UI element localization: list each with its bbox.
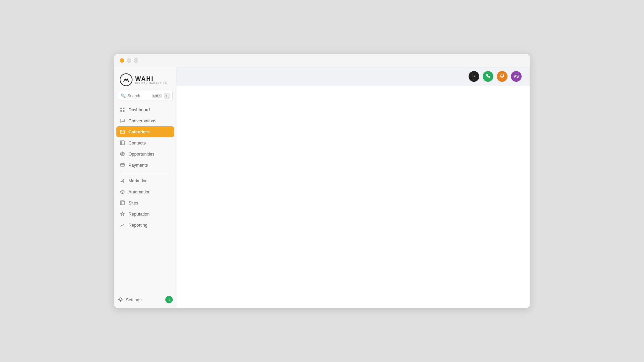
sidebar-label-conversations: Conversations <box>128 118 156 123</box>
sidebar-item-dashboard[interactable]: Dashboard <box>116 104 174 115</box>
logo-area: WAHI DIGITAL MARKETING <box>114 67 176 91</box>
svg-rect-3 <box>123 110 124 112</box>
sidebar-item-marketing[interactable]: Marketing <box>116 175 174 186</box>
logo-main-text: WAHI <box>135 76 167 82</box>
browser-body: WAHI DIGITAL MARKETING 🔍 Ctrl K + <box>114 67 530 308</box>
traffic-light-close[interactable] <box>120 58 124 63</box>
svg-rect-4 <box>120 130 124 134</box>
sidebar-item-payments[interactable]: Payments <box>116 160 174 170</box>
marketing-icon <box>120 178 125 183</box>
sidebar-label-contacts: Contacts <box>128 140 146 145</box>
sidebar-label-automation: Automation <box>128 189 151 194</box>
top-header: ? <box>176 67 530 85</box>
sidebar-label-sites: Sites <box>128 200 138 205</box>
sidebar-label-dashboard: Dashboard <box>128 107 150 112</box>
search-icon: 🔍 <box>121 94 126 98</box>
sidebar-item-automation[interactable]: Automation <box>116 186 174 197</box>
settings-label: Settings <box>126 297 142 302</box>
sidebar-label-payments: Payments <box>128 163 148 168</box>
svg-rect-0 <box>120 108 122 109</box>
payments-icon <box>120 162 125 168</box>
search-input[interactable] <box>127 94 150 98</box>
sidebar-item-conversations[interactable]: Conversations <box>116 115 174 126</box>
svg-rect-23 <box>120 201 124 205</box>
traffic-light-minimize[interactable] <box>127 58 131 63</box>
help-button[interactable]: ? <box>469 71 479 82</box>
svg-rect-18 <box>120 164 124 166</box>
sidebar-label-calenders: Calenders <box>128 129 150 134</box>
settings-button[interactable]: Settings <box>118 297 142 302</box>
sidebar: WAHI DIGITAL MARKETING 🔍 Ctrl K + <box>114 67 176 308</box>
nav-primary: Dashboard Conversations <box>114 104 176 293</box>
sidebar-item-sites[interactable]: Sites <box>116 197 174 208</box>
sidebar-label-marketing: Marketing <box>128 178 148 183</box>
conversations-icon <box>120 118 125 123</box>
traffic-light-maximize[interactable] <box>134 58 138 63</box>
svg-rect-1 <box>123 108 124 109</box>
opportunities-icon <box>120 151 125 157</box>
sites-icon <box>120 200 125 205</box>
automation-icon <box>120 189 125 194</box>
sidebar-item-opportunities[interactable]: Opportunities <box>116 148 174 159</box>
logo-icon <box>120 73 132 86</box>
sidebar-item-contacts[interactable]: Contacts <box>116 137 174 148</box>
sidebar-item-reporting[interactable]: Reporting <box>116 220 174 230</box>
sidebar-label-opportunities: Opportunities <box>128 152 154 157</box>
phone-button[interactable] <box>483 71 493 82</box>
dashboard-icon <box>120 107 125 112</box>
logo-sub-text: DIGITAL MARKETING <box>135 82 167 84</box>
sidebar-collapse-button[interactable]: ‹ <box>165 296 173 303</box>
content-area <box>176 85 530 308</box>
bell-icon <box>500 73 504 79</box>
search-add-button[interactable]: + <box>164 93 170 99</box>
browser-window: WAHI DIGITAL MARKETING 🔍 Ctrl K + <box>114 54 530 308</box>
sidebar-label-reputation: Reputation <box>128 212 150 217</box>
sidebar-bottom: Settings ‹ <box>114 293 176 308</box>
logo-text: WAHI DIGITAL MARKETING <box>135 76 167 84</box>
notifications-button[interactable] <box>497 71 507 82</box>
nav-divider <box>120 173 171 173</box>
sidebar-label-reporting: Reporting <box>128 223 147 228</box>
calenders-icon <box>120 129 125 134</box>
reporting-icon <box>120 222 125 228</box>
contacts-icon <box>120 140 125 145</box>
sidebar-item-calenders[interactable]: Calenders <box>116 126 174 137</box>
settings-icon <box>118 297 123 302</box>
avatar-initials: VS <box>514 74 519 79</box>
avatar-button[interactable]: VS <box>511 71 522 82</box>
search-bar[interactable]: 🔍 Ctrl K + <box>118 91 173 101</box>
titlebar <box>114 54 530 67</box>
main-content: ? <box>176 67 530 308</box>
search-shortcut-badge: Ctrl K <box>152 94 162 98</box>
sidebar-item-reputation[interactable]: Reputation <box>116 208 174 219</box>
help-icon: ? <box>473 73 475 79</box>
svg-point-26 <box>120 299 121 300</box>
phone-icon <box>486 73 490 79</box>
reputation-icon <box>120 211 125 217</box>
svg-rect-2 <box>120 110 122 112</box>
svg-point-21 <box>122 191 123 192</box>
